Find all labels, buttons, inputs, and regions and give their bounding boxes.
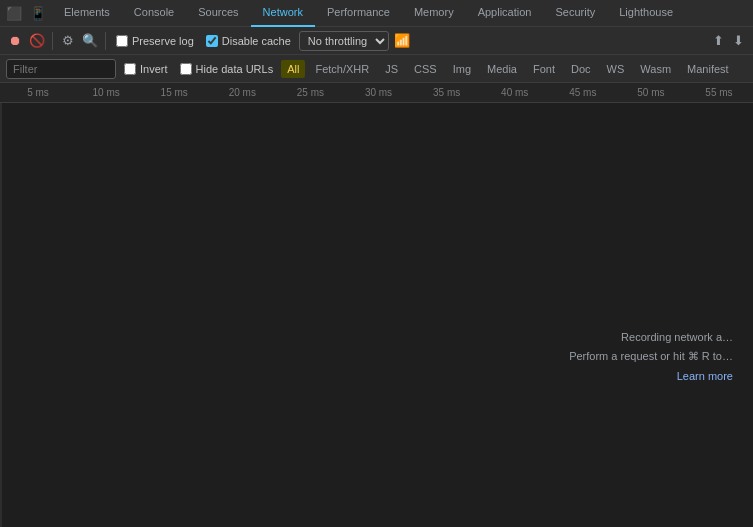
preserve-log-label[interactable]: Preserve log — [112, 35, 198, 47]
tab-memory[interactable]: Memory — [402, 0, 466, 27]
wifi-icon[interactable]: 📶 — [393, 32, 411, 50]
timeline-header: 5 ms 10 ms 15 ms 20 ms 25 ms 30 ms 35 ms… — [0, 83, 753, 103]
type-btn-ws[interactable]: WS — [601, 60, 631, 78]
filter-icon[interactable]: ⚙ — [59, 32, 77, 50]
tab-performance[interactable]: Performance — [315, 0, 402, 27]
devtools-icon[interactable]: ⬛ — [4, 3, 24, 23]
tab-icons: ⬛ 📱 — [4, 3, 48, 23]
divider-1 — [52, 32, 53, 50]
learn-more-link[interactable]: Learn more — [677, 370, 733, 382]
tab-lighthouse[interactable]: Lighthouse — [607, 0, 685, 27]
tick-9: 45 ms — [549, 87, 617, 98]
network-content: Recording network a… Perform a request o… — [0, 103, 753, 527]
type-btn-img[interactable]: Img — [447, 60, 477, 78]
type-btn-js[interactable]: JS — [379, 60, 404, 78]
perform-request-text: Perform a request or hit ⌘ R to… — [569, 347, 733, 367]
empty-state: Recording network a… Perform a request o… — [569, 328, 733, 387]
record-button[interactable]: ⏺ — [6, 32, 24, 50]
import-export: ⬆ ⬇ — [709, 32, 747, 50]
divider-2 — [105, 32, 106, 50]
tab-sources[interactable]: Sources — [186, 0, 250, 27]
filter-bar: Invert Hide data URLs All Fetch/XHR JS C… — [0, 55, 753, 83]
clear-button[interactable]: 🚫 — [28, 32, 46, 50]
tab-bar: ⬛ 📱 Elements Console Sources Network Per… — [0, 0, 753, 27]
tick-10: 50 ms — [617, 87, 685, 98]
tick-2: 10 ms — [72, 87, 140, 98]
tick-11: 55 ms — [685, 87, 753, 98]
throttle-select[interactable]: No throttling Fast 3G Slow 3G Offline — [299, 31, 389, 51]
import-icon[interactable]: ⬆ — [709, 32, 727, 50]
tab-application[interactable]: Application — [466, 0, 544, 27]
type-btn-all[interactable]: All — [281, 60, 305, 78]
preserve-log-checkbox[interactable] — [116, 35, 128, 47]
type-btn-manifest[interactable]: Manifest — [681, 60, 735, 78]
disable-cache-checkbox[interactable] — [206, 35, 218, 47]
tick-8: 40 ms — [481, 87, 549, 98]
type-btn-font[interactable]: Font — [527, 60, 561, 78]
tick-1: 5 ms — [4, 87, 72, 98]
type-btn-wasm[interactable]: Wasm — [634, 60, 677, 78]
type-btn-media[interactable]: Media — [481, 60, 523, 78]
recording-text: Recording network a… — [569, 328, 733, 348]
left-border — [0, 103, 2, 527]
tab-console[interactable]: Console — [122, 0, 186, 27]
tick-7: 35 ms — [413, 87, 481, 98]
type-btn-css[interactable]: CSS — [408, 60, 443, 78]
tab-elements[interactable]: Elements — [52, 0, 122, 27]
type-btn-fetch-xhr[interactable]: Fetch/XHR — [309, 60, 375, 78]
hide-data-urls-label[interactable]: Hide data URLs — [176, 63, 278, 75]
disable-cache-label[interactable]: Disable cache — [202, 35, 295, 47]
tick-3: 15 ms — [140, 87, 208, 98]
invert-checkbox[interactable] — [124, 63, 136, 75]
tick-6: 30 ms — [344, 87, 412, 98]
type-btn-doc[interactable]: Doc — [565, 60, 597, 78]
tab-security[interactable]: Security — [543, 0, 607, 27]
export-icon[interactable]: ⬇ — [729, 32, 747, 50]
hide-data-urls-checkbox[interactable] — [180, 63, 192, 75]
tick-5: 25 ms — [276, 87, 344, 98]
device-toolbar-icon[interactable]: 📱 — [28, 3, 48, 23]
search-icon[interactable]: 🔍 — [81, 32, 99, 50]
network-toolbar: ⏺ 🚫 ⚙ 🔍 Preserve log Disable cache No th… — [0, 27, 753, 55]
filter-input[interactable] — [6, 59, 116, 79]
invert-label[interactable]: Invert — [120, 63, 172, 75]
tick-4: 20 ms — [208, 87, 276, 98]
tab-network[interactable]: Network — [251, 0, 315, 27]
